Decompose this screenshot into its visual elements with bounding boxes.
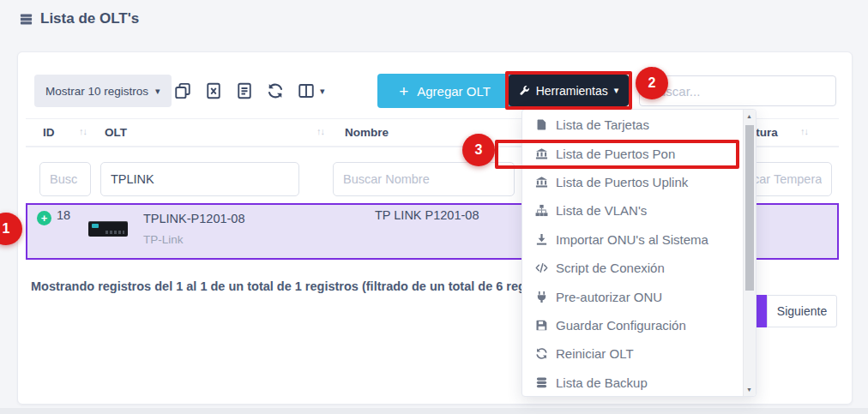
filter-olt-input[interactable] [100, 162, 299, 196]
refresh-icon [535, 347, 548, 360]
tools-dropdown-button[interactable]: Herramientas ▾ [509, 75, 629, 106]
search-input[interactable] [639, 75, 836, 106]
copy-button[interactable] [174, 82, 191, 99]
export-excel-button[interactable] [205, 82, 222, 99]
servers-icon [19, 13, 33, 26]
column-header-nombre[interactable]: Nombre [345, 126, 389, 139]
code-icon [535, 261, 548, 274]
sitemap-icon [535, 204, 548, 217]
menu-item-pre-autorizar-onu[interactable]: Pre-autorizar ONU [522, 282, 756, 310]
sort-icon[interactable]: ↑↓ [800, 126, 808, 136]
menu-item-label: Lista de Puertos Pon [556, 147, 675, 161]
refresh-icon [267, 82, 284, 99]
bank-icon [535, 147, 548, 160]
copy-icon [174, 82, 191, 99]
menu-item-reiniciar-olt[interactable]: Reiniciar OLT [522, 339, 756, 368]
menu-item-importar-onus[interactable]: Importar ONU's al Sistema [522, 225, 756, 254]
menu-item-label: Pre-autorizar ONU [556, 290, 662, 304]
plug-icon [535, 291, 548, 303]
filter-nombre-input[interactable] [333, 162, 515, 196]
filter-id-input[interactable] [39, 162, 91, 196]
chevron-down-icon: ▾ [320, 87, 325, 96]
dropdown-scrollbar[interactable]: ▲ ▼ [743, 110, 756, 396]
cell-olt-brand: TP-Link [143, 233, 184, 246]
olt-product-image [88, 221, 128, 237]
menu-item-label: Reiniciar OLT [556, 346, 634, 361]
simcard-icon [535, 118, 548, 131]
menu-item-label: Lista de Puertos Uplink [556, 175, 688, 189]
pagination-next-button[interactable]: Siguiente [767, 295, 837, 327]
menu-item-label: Importar ONU's al Sistema [556, 232, 708, 247]
menu-item-label: Guardar Configuración [556, 318, 686, 333]
menu-item-lista-de-backup[interactable]: Lista de Backup [522, 369, 756, 397]
export-file-button[interactable] [236, 82, 253, 99]
scroll-down-icon[interactable]: ▼ [744, 387, 755, 393]
records-summary: Mostrando registros del 1 al 1 de un tot… [31, 279, 564, 293]
menu-item-label: Lista de Backup [556, 375, 648, 390]
column-header-id[interactable]: ID [43, 126, 55, 139]
menu-item-lista-de-puertos-uplink[interactable]: Lista de Puertos Uplink [522, 168, 756, 196]
page-title-text: Lista de OLT's [40, 10, 139, 27]
menu-item-label: Lista de VLAN's [556, 203, 647, 218]
sort-icon[interactable]: ↑↓ [316, 126, 324, 136]
menu-item-guardar-configuracion[interactable]: Guardar Configuración [522, 311, 756, 339]
bank-icon [535, 176, 548, 189]
excel-icon [205, 82, 222, 99]
tools-label: Herramientas [536, 84, 608, 98]
columns-icon [298, 82, 315, 99]
plus-icon: + [399, 83, 408, 99]
cell-olt-model: TPLINK-P1201-08 [143, 212, 244, 225]
expand-row-button[interactable]: + [37, 211, 51, 225]
refresh-button[interactable] [267, 82, 284, 99]
menu-item-label: Lista de Tarjetas [556, 117, 649, 132]
sort-icon[interactable]: ↑↓ [79, 126, 87, 136]
device-ports [105, 231, 124, 234]
menu-item-label: Script de Conexión [556, 261, 665, 275]
scrollbar-thumb[interactable] [745, 125, 754, 291]
show-entries-select[interactable]: Mostrar 10 registros ▾ [34, 75, 172, 107]
show-entries-label: Mostrar 10 registros [45, 85, 148, 98]
page-title: Lista de OLT's [19, 10, 139, 27]
menu-item-lista-de-puertos-pon[interactable]: Lista de Puertos Pon [522, 139, 756, 167]
column-visibility-button[interactable]: ▾ [298, 82, 325, 99]
chevron-down-icon: ▾ [614, 86, 619, 95]
download-icon [535, 233, 548, 246]
column-header-olt[interactable]: OLT [105, 126, 127, 139]
scroll-up-icon[interactable]: ▲ [744, 113, 755, 119]
save-icon [535, 319, 548, 332]
file-icon [236, 82, 253, 99]
add-olt-button[interactable]: + Agregar OLT [377, 74, 512, 108]
cell-nombre: TP LINK P1201-08 [375, 208, 479, 222]
menu-item-lista-de-tarjetas[interactable]: Lista de Tarjetas [522, 111, 756, 139]
cell-id: 18 [57, 208, 70, 222]
wrench-icon [519, 85, 530, 96]
tplink-logo [92, 224, 99, 228]
olt-list-page: Lista de OLT's Mostrar 10 registros ▾ ▾ … [0, 0, 868, 414]
window-bottom-strip [0, 408, 868, 414]
menu-item-script-de-conexion[interactable]: Script de Conexión [522, 254, 756, 282]
add-olt-label: Agregar OLT [417, 84, 491, 99]
tools-dropdown-menu: Lista de Tarjetas Lista de Puertos Pon L… [521, 109, 756, 397]
chevron-down-icon: ▾ [155, 87, 160, 96]
database-icon [535, 376, 548, 389]
menu-item-lista-de-vlans[interactable]: Lista de VLAN's [522, 196, 756, 225]
